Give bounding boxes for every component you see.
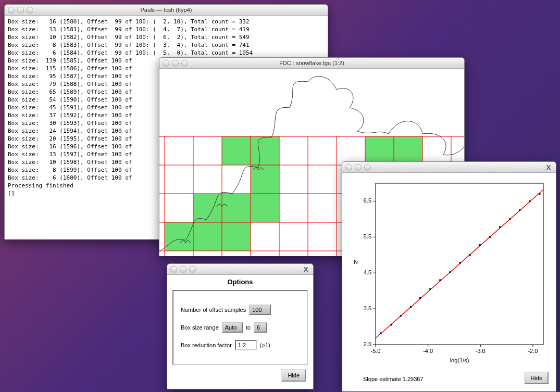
svg-text:-5.0: -5.0 — [371, 348, 381, 354]
box-reduction-input[interactable]: 1.2 — [235, 340, 257, 350]
x-icon[interactable]: X — [544, 163, 553, 171]
terminal-title: Pauls — tcsh (ttyp4) — [5, 7, 328, 13]
svg-rect-2 — [365, 136, 394, 165]
svg-rect-59 — [479, 244, 481, 246]
svg-rect-8 — [165, 222, 193, 251]
minimize-icon[interactable] — [17, 7, 24, 14]
svg-text:N: N — [354, 259, 358, 265]
close-icon[interactable] — [345, 164, 352, 171]
terminal-titlebar[interactable]: Pauls — tcsh (ttyp4) — [5, 5, 328, 16]
options-titlebar[interactable]: X — [167, 264, 313, 275]
svg-rect-50 — [391, 324, 392, 326]
svg-text:3.5: 3.5 — [364, 305, 371, 311]
svg-text:6.5: 6.5 — [364, 197, 371, 204]
svg-rect-57 — [459, 262, 461, 263]
svg-rect-63 — [519, 209, 520, 211]
svg-text:-3.0: -3.0 — [476, 348, 486, 354]
fdc-titlebar[interactable]: FDC : snowflake.tga (1:2) — [159, 58, 464, 69]
svg-rect-52 — [410, 306, 412, 308]
chart-titlebar[interactable]: X — [342, 162, 556, 173]
svg-rect-10 — [222, 222, 251, 251]
close-icon[interactable] — [163, 60, 169, 67]
box-reduction-label: Box reduction factor — [181, 342, 232, 348]
box-size-range-label: Box size range — [181, 324, 219, 331]
svg-rect-51 — [400, 315, 402, 317]
minimize-icon[interactable] — [355, 164, 362, 171]
svg-rect-62 — [509, 218, 511, 220]
svg-rect-49 — [380, 332, 382, 334]
close-icon[interactable] — [170, 266, 177, 273]
svg-text:-4.0: -4.0 — [423, 348, 433, 354]
box-size-to-input[interactable]: 6 — [254, 322, 267, 333]
svg-rect-3 — [394, 136, 422, 165]
svg-text:log(1/s): log(1/s) — [450, 357, 469, 363]
hide-button[interactable]: Hide — [524, 372, 549, 384]
svg-rect-4 — [251, 165, 279, 194]
zoom-icon[interactable] — [364, 164, 371, 171]
svg-rect-9 — [193, 222, 222, 251]
minimize-icon[interactable] — [180, 266, 186, 273]
chart-plot: -5.0-4.0-3.0-2.02.53.54.55.56.5log(1/s)N — [350, 178, 549, 365]
zoom-icon[interactable] — [27, 7, 33, 14]
svg-rect-53 — [419, 297, 421, 299]
svg-rect-0 — [222, 136, 251, 165]
box-size-from-input[interactable]: Auto — [222, 322, 243, 333]
svg-rect-6 — [222, 194, 251, 222]
chart-window: X -5.0-4.0-3.0-2.02.53.54.55.56.5log(1/s… — [342, 161, 556, 391]
zoom-icon[interactable] — [189, 266, 196, 273]
zoom-icon[interactable] — [181, 60, 188, 67]
svg-text:-2.0: -2.0 — [528, 348, 538, 354]
svg-rect-65 — [539, 193, 540, 195]
traffic-lights — [170, 266, 196, 273]
traffic-lights — [345, 164, 371, 171]
svg-text:4.5: 4.5 — [364, 269, 371, 275]
x-icon[interactable]: X — [302, 265, 310, 273]
chart-body: -5.0-4.0-3.0-2.02.53.54.55.56.5log(1/s)N… — [342, 173, 556, 391]
options-body: Options Number of offset samples 100 Box… — [167, 275, 313, 389]
minimize-icon[interactable] — [172, 60, 179, 67]
svg-rect-64 — [529, 200, 530, 202]
svg-rect-7 — [251, 194, 279, 222]
close-icon[interactable] — [8, 7, 15, 14]
box-size-to-label: to — [246, 324, 251, 331]
slope-estimate-label: Slope estimate 1.29367 — [363, 376, 424, 382]
svg-rect-54 — [429, 288, 431, 290]
fdc-title: FDC : snowflake.tga (1:2) — [159, 60, 464, 66]
svg-rect-60 — [489, 236, 491, 238]
svg-rect-58 — [469, 254, 471, 256]
offset-samples-label: Number of offset samples — [181, 307, 246, 313]
box-reduction-hint: (>1) — [260, 342, 270, 348]
options-heading: Options — [172, 278, 308, 286]
traffic-lights — [163, 60, 188, 67]
traffic-lights — [8, 7, 33, 14]
options-group: Number of offset samples 100 Box size ra… — [172, 290, 308, 365]
offset-samples-input[interactable]: 100 — [249, 305, 271, 315]
hide-button[interactable]: Hide — [281, 369, 306, 382]
svg-text:2.5: 2.5 — [364, 341, 371, 347]
svg-rect-1 — [251, 136, 279, 165]
svg-text:5.5: 5.5 — [364, 233, 371, 239]
svg-rect-61 — [499, 226, 501, 228]
svg-rect-56 — [449, 271, 451, 273]
svg-rect-55 — [439, 280, 441, 281]
options-window: X Options Number of offset samples 100 B… — [167, 263, 314, 389]
